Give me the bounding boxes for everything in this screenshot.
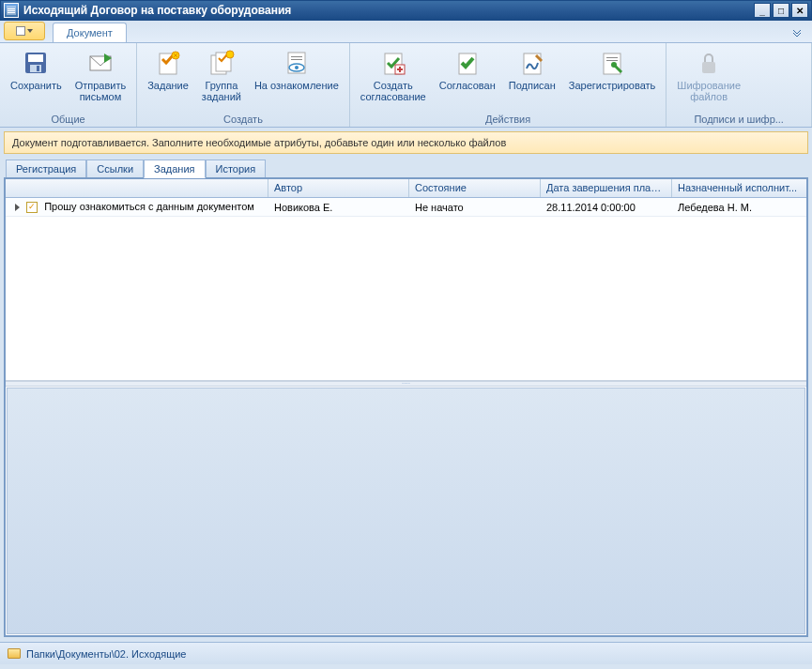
tab-links[interactable]: Ссылки: [86, 160, 144, 178]
row-due: 28.11.2014 0:00:00: [541, 200, 672, 215]
close-button[interactable]: ✕: [791, 3, 808, 18]
info-text: Документ подготавливается. Заполните нео…: [12, 137, 506, 148]
grid-header-state[interactable]: Состояние: [409, 179, 541, 197]
grid-body: Прошу ознакомиться с данным документом Н…: [6, 198, 806, 381]
table-row[interactable]: Прошу ознакомиться с данным документом Н…: [6, 198, 806, 217]
row-title: Прошу ознакомиться с данным документом: [44, 201, 254, 212]
encrypt-button: Шифрование файлов: [672, 45, 745, 105]
tasks-grid: Автор Состояние Дата завершения плано...…: [4, 177, 808, 637]
ribbon-group-sign: Шифрование файлов Подписи и шифр...: [666, 43, 812, 127]
ribbon-group-actions: Создать согласование Согласован Подписан…: [350, 43, 667, 127]
info-bar: Документ подготавливается. Заполните нео…: [4, 131, 808, 154]
svg-rect-1: [8, 8, 15, 9]
send-mail-button[interactable]: Отправить письмом: [70, 45, 131, 105]
svg-point-26: [611, 62, 617, 68]
quick-access-button[interactable]: [4, 22, 45, 40]
ribbon-group-label: Создать: [143, 112, 344, 127]
title-bar: Исходящий Договор на поставку оборудован…: [0, 0, 812, 21]
row-state: Не начато: [409, 200, 541, 215]
mail-icon: [85, 48, 115, 78]
task-group-button[interactable]: Группа заданий: [197, 45, 246, 105]
row-author: Новикова Е.: [268, 200, 409, 215]
tabs-row: Регистрация Ссылки Задания История: [0, 158, 812, 178]
task-group-icon: [207, 48, 237, 78]
save-button[interactable]: Сохранить: [6, 45, 67, 94]
svg-point-18: [295, 66, 299, 69]
signed-button[interactable]: Подписан: [504, 45, 560, 94]
task-row-icon: [26, 202, 38, 213]
signed-icon: [517, 48, 547, 78]
app-icon: [4, 3, 19, 18]
svg-rect-6: [30, 65, 41, 72]
approved-button[interactable]: Согласован: [435, 45, 500, 94]
save-icon: [21, 48, 51, 78]
svg-rect-16: [291, 59, 302, 60]
ribbon-group-label: Действия: [356, 112, 661, 127]
menu-tab-document[interactable]: Документ: [53, 23, 127, 42]
task-button[interactable]: Задание: [143, 45, 193, 94]
register-button[interactable]: Зарегистрировать: [564, 45, 661, 94]
menu-row: Документ: [0, 21, 812, 43]
maximize-button[interactable]: □: [773, 3, 789, 18]
svg-rect-27: [702, 62, 715, 73]
register-icon: [597, 48, 627, 78]
svg-rect-2: [8, 10, 15, 11]
tab-registration[interactable]: Регистрация: [6, 160, 86, 178]
approval-create-icon: [378, 48, 408, 78]
grid-header-assignee[interactable]: Назначенный исполнит...: [672, 179, 806, 197]
grid-header-title[interactable]: [6, 179, 268, 197]
row-assignee: Лебедева Н. М.: [672, 200, 806, 215]
splitter[interactable]: ····: [6, 381, 806, 387]
svg-rect-3: [8, 12, 15, 13]
tab-tasks[interactable]: Задания: [144, 160, 205, 178]
ribbon-collapse-icon[interactable]: [789, 24, 804, 39]
ribbon-group-label: Общие: [6, 112, 130, 127]
breadcrumb[interactable]: Папки\Документы\02. Исходящие: [26, 648, 186, 660]
ribbon: Сохранить Отправить письмом Общие Задани…: [0, 43, 812, 128]
grid-header: Автор Состояние Дата завершения плано...…: [6, 179, 806, 198]
lock-icon: [694, 48, 724, 78]
window-title: Исходящий Договор на поставку оборудован…: [23, 4, 754, 17]
ribbon-group-label: Подписи и шифр...: [672, 112, 805, 127]
expand-icon[interactable]: [15, 204, 20, 211]
review-icon: [282, 48, 312, 78]
svg-rect-5: [28, 54, 43, 62]
folder-icon: [8, 648, 21, 659]
svg-rect-25: [606, 60, 618, 61]
svg-rect-15: [291, 56, 302, 57]
create-approval-button[interactable]: Создать согласование: [356, 45, 431, 105]
grid-header-due[interactable]: Дата завершения плано...: [541, 179, 672, 197]
review-button[interactable]: На ознакомление: [250, 45, 344, 94]
ribbon-group-common: Сохранить Отправить письмом Общие: [0, 43, 137, 127]
ribbon-group-create: Задание Группа заданий На ознакомление С…: [137, 43, 350, 127]
svg-rect-24: [606, 57, 618, 58]
grid-header-author[interactable]: Автор: [268, 179, 409, 197]
approved-icon: [452, 48, 483, 78]
tab-history[interactable]: История: [206, 160, 267, 178]
task-icon: [153, 48, 183, 78]
svg-rect-7: [37, 66, 39, 71]
preview-pane: [7, 388, 805, 634]
svg-point-13: [226, 51, 234, 58]
status-bar: Папки\Документы\02. Исходящие: [0, 642, 812, 664]
minimize-button[interactable]: _: [754, 3, 771, 18]
